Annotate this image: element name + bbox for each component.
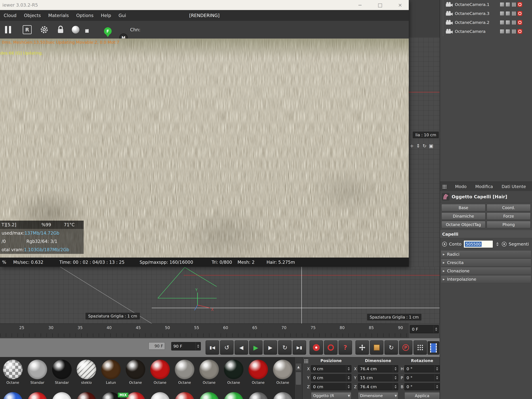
display-tag-icon[interactable] (511, 29, 516, 34)
octane-tag-icon[interactable] (518, 20, 522, 25)
display-tag-icon[interactable] (511, 20, 516, 25)
frame-offset-stepper[interactable] (434, 325, 439, 333)
keyframe-help-button[interactable]: ? (339, 340, 352, 355)
material-item[interactable]: Octane (0, 357, 25, 385)
material-item[interactable]: Octane (222, 357, 246, 385)
render-toggle-icon[interactable] (506, 29, 510, 34)
next-key-button[interactable]: ↻ (278, 340, 291, 355)
pause-icon[interactable] (5, 26, 11, 33)
menu-help[interactable]: Help (97, 13, 115, 18)
record-keyframe-button[interactable] (310, 340, 323, 355)
material-item[interactable] (271, 390, 295, 399)
menu-gui[interactable]: Gui (115, 13, 130, 18)
dim-z-field[interactable]: 76.4 cm (358, 383, 398, 390)
dimension-mode-dropdown[interactable]: Dimensione ▼ (358, 392, 398, 399)
conto-input[interactable]: 505500 (463, 240, 493, 248)
view-rotate-icon[interactable]: ↻ (423, 143, 426, 149)
scale-tool-button[interactable] (370, 340, 383, 355)
material-item[interactable] (222, 390, 246, 399)
rotate-tool-button[interactable]: ↻ (385, 340, 398, 355)
menu-objects[interactable]: Objects (20, 13, 44, 18)
display-tag-icon[interactable] (511, 2, 516, 7)
frame-offset-field[interactable]: 0 F (410, 325, 439, 333)
material-item[interactable]: Octane (246, 357, 271, 385)
stepper[interactable] (346, 374, 351, 381)
rot-b-field[interactable]: 0 ° (404, 383, 440, 390)
minimize-button[interactable]: − (358, 2, 362, 8)
focus-pick-pin[interactable]: F (104, 27, 112, 35)
restart-render-button[interactable]: R (23, 25, 32, 34)
next-frame-button[interactable]: ▶ (264, 340, 277, 355)
render-region-icon[interactable] (88, 29, 89, 33)
autokey-button[interactable] (324, 340, 337, 355)
material-item[interactable]: Standar (25, 357, 50, 385)
octane-tag-icon[interactable] (518, 2, 522, 7)
segmenti-radio[interactable] (502, 242, 507, 247)
material-ball-icon[interactable] (72, 26, 79, 33)
coordinate-system-button[interactable]: P (399, 340, 412, 355)
group-interpolazione[interactable]: ▶ Interpolazione (441, 275, 531, 283)
stepper[interactable] (435, 374, 439, 381)
rot-p-field[interactable]: 0 ° (404, 374, 440, 381)
settings-gear-icon[interactable] (40, 25, 48, 34)
section-button-forze[interactable]: Forze (487, 212, 531, 220)
dim-y-field[interactable]: 15 cm (358, 374, 398, 381)
material-item[interactable] (25, 390, 50, 399)
pos-z-field[interactable]: 0 cm (311, 383, 351, 390)
material-item[interactable]: Octane (172, 357, 197, 385)
panel-grip-icon[interactable] (304, 359, 308, 363)
timeline-ruler[interactable]: 25 30 35 40 45 50 55 60 65 70 75 80 85 9… (0, 323, 409, 338)
object-row-camera2[interactable]: OctaneCamera.2 (440, 18, 532, 27)
visibility-toggle-icon[interactable] (500, 11, 504, 16)
material-item[interactable]: Octane (271, 357, 295, 385)
close-button[interactable]: × (398, 2, 402, 8)
pos-y-field[interactable]: 0 cm (311, 374, 351, 381)
conto-stepper[interactable] (495, 242, 500, 246)
stepper[interactable] (393, 383, 398, 390)
maximize-button[interactable]: □ (378, 2, 382, 8)
move-tool-button[interactable] (355, 340, 369, 355)
octane-tag-icon[interactable] (518, 29, 522, 34)
stepper[interactable] (346, 383, 351, 390)
material-item[interactable]: Octane (123, 357, 148, 385)
object-row-camera[interactable]: OctaneCamera (440, 27, 532, 36)
goto-end-button[interactable]: ▶▮ (293, 340, 306, 355)
tab-dati-utente[interactable]: Dati Utente (502, 184, 526, 189)
rot-h-field[interactable]: 0 ° (404, 365, 440, 372)
render-viewport[interactable]: 0ms, MeshGen:13,503sec Updating Movable:… (0, 38, 409, 258)
material-item[interactable] (74, 390, 99, 399)
goto-start-button[interactable]: ▮◀ (206, 340, 219, 355)
group-radici[interactable]: ▶ Radici (441, 250, 531, 258)
c4d-viewport[interactable]: Y X Spaziatura Griglia : 1 cm Spaziatura… (0, 267, 440, 323)
render-toggle-icon[interactable] (506, 2, 510, 7)
materials-scrollbar[interactable]: ▲ (294, 357, 302, 399)
tab-modo[interactable]: Modo (455, 184, 467, 189)
stepper[interactable] (435, 366, 439, 372)
prev-key-button[interactable]: ↺ (220, 340, 234, 355)
view-maximize-icon[interactable]: ▣ (429, 143, 433, 149)
visibility-toggle-icon[interactable] (500, 2, 504, 7)
apply-button[interactable]: Applica (404, 392, 440, 399)
stepper[interactable] (435, 383, 439, 390)
conto-radio[interactable] (442, 242, 447, 247)
current-frame-field[interactable]: 90 F (171, 342, 201, 350)
lock-icon[interactable] (57, 25, 64, 34)
material-item[interactable]: Standar (50, 357, 74, 385)
menu-materials[interactable]: Materials (44, 13, 73, 18)
stepper[interactable] (393, 366, 398, 372)
pos-x-field[interactable]: 0 cm (311, 365, 351, 372)
material-item[interactable] (246, 390, 271, 399)
object-row-camera3[interactable]: OctaneCamera.3 (440, 9, 532, 18)
current-frame-stepper[interactable] (196, 342, 201, 350)
object-mode-dropdown[interactable]: Oggetto (R ▼ (311, 392, 351, 399)
material-item[interactable] (172, 390, 197, 399)
object-row-camera1[interactable]: OctaneCamera.1 (440, 0, 532, 9)
render-toggle-icon[interactable] (506, 11, 510, 16)
stepper[interactable] (393, 374, 398, 381)
scroll-up-button[interactable]: ▲ (295, 363, 302, 371)
panel-grip-icon[interactable] (442, 185, 446, 189)
display-tag-icon[interactable] (511, 11, 516, 16)
play-button[interactable]: ▶ (249, 340, 263, 355)
material-item[interactable] (50, 390, 74, 399)
scrollbar-thumb[interactable] (296, 372, 301, 385)
